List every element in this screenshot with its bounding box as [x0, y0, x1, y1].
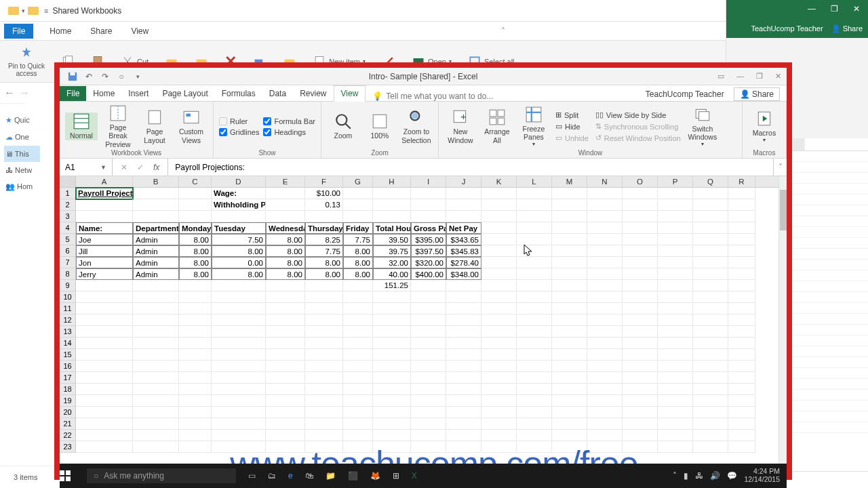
cell-R14[interactable] [728, 338, 755, 349]
col-header-R[interactable]: R [728, 176, 755, 187]
cell-H2[interactable] [373, 199, 411, 211]
tab-page-layout[interactable]: Page Layout [155, 86, 214, 101]
ruler-checkbox[interactable]: Ruler [219, 117, 259, 125]
cell-P13[interactable] [658, 326, 693, 338]
gridlines-checkbox[interactable]: Gridlines [219, 128, 259, 136]
cell-P6[interactable] [658, 245, 693, 257]
row-header-8[interactable]: 8 [60, 268, 75, 280]
cell-E17[interactable] [266, 372, 305, 384]
cell-G11[interactable] [343, 303, 373, 314]
task-view-icon[interactable]: ▭ [248, 471, 256, 481]
cell-L7[interactable] [517, 257, 552, 268]
cell-B8[interactable]: Admin [133, 268, 179, 280]
cell-M1[interactable] [552, 188, 587, 199]
cell-F8[interactable]: 8.00 [305, 268, 343, 280]
cell-O4[interactable] [623, 222, 658, 234]
cell-H11[interactable] [373, 303, 411, 314]
cell-I22[interactable] [411, 430, 446, 441]
explorer-down-icon[interactable]: ▾ [22, 7, 25, 14]
cell-D16[interactable] [212, 361, 266, 372]
cell-C12[interactable] [179, 314, 212, 326]
row-header-2[interactable]: 2 [60, 199, 75, 211]
cell-F20[interactable] [305, 407, 343, 418]
cell-Q6[interactable] [693, 245, 728, 257]
explorer-view-tab[interactable]: View [131, 26, 149, 36]
zoom-button[interactable]: Zoom [327, 113, 359, 140]
qat-dropdown-icon[interactable]: ▾ [133, 72, 142, 81]
cell-R1[interactable] [728, 188, 755, 199]
excel-close-button[interactable]: ✕ [775, 72, 781, 81]
unhide-button[interactable]: ▭Unhide [554, 133, 590, 143]
col-header-L[interactable]: L [517, 176, 552, 187]
cell-J22[interactable] [446, 430, 481, 441]
cell-J14[interactable] [446, 338, 481, 349]
tray-volume-icon[interactable]: 🔊 [710, 471, 720, 481]
cell-F3[interactable] [305, 211, 343, 222]
cell-A17[interactable] [76, 372, 133, 384]
cell-E13[interactable] [266, 326, 305, 338]
cell-O5[interactable] [623, 234, 658, 245]
cell-E18[interactable] [266, 384, 305, 395]
cell-G8[interactable]: 8.00 [343, 268, 373, 280]
cell-D18[interactable] [212, 384, 266, 395]
cell-D13[interactable] [212, 326, 266, 338]
cell-O11[interactable] [623, 303, 658, 314]
cell-F22[interactable] [305, 430, 343, 441]
tab-review[interactable]: Review [293, 86, 333, 101]
row-header-16[interactable]: 16 [60, 361, 75, 372]
cell-A14[interactable] [76, 338, 133, 349]
col-header-O[interactable]: O [623, 176, 658, 187]
cell-C15[interactable] [179, 349, 212, 361]
cell-R8[interactable] [728, 268, 755, 280]
cell-J15[interactable] [446, 349, 481, 361]
cell-C22[interactable] [179, 430, 212, 441]
cell-M3[interactable] [552, 211, 587, 222]
cell-H12[interactable] [373, 314, 411, 326]
cell-K8[interactable] [481, 268, 517, 280]
cell-A4[interactable]: Name: [76, 222, 133, 234]
cell-N12[interactable] [587, 314, 623, 326]
enter-formula-icon[interactable]: ✓ [137, 163, 144, 172]
row-header-11[interactable]: 11 [60, 303, 75, 314]
cell-B17[interactable] [133, 372, 179, 384]
cell-H17[interactable] [373, 372, 411, 384]
cell-M18[interactable] [552, 384, 587, 395]
tray-network-icon[interactable]: 🖧 [695, 471, 703, 481]
cell-A12[interactable] [76, 314, 133, 326]
taskbar-folder-icon[interactable]: 📁 [326, 471, 336, 481]
cell-B18[interactable] [133, 384, 179, 395]
cell-L15[interactable] [517, 349, 552, 361]
cell-B19[interactable] [133, 395, 179, 407]
cell-Q19[interactable] [693, 395, 728, 407]
cell-P3[interactable] [658, 211, 693, 222]
cell-I7[interactable]: $320.00 [411, 257, 446, 268]
cell-H5[interactable]: 39.50 [373, 234, 411, 245]
cell-N22[interactable] [587, 430, 623, 441]
cell-D6[interactable]: 8.00 [212, 245, 266, 257]
cell-C10[interactable] [179, 291, 212, 303]
cell-I3[interactable] [411, 211, 446, 222]
cell-P19[interactable] [658, 395, 693, 407]
cell-M12[interactable] [552, 314, 587, 326]
cell-P2[interactable] [658, 199, 693, 211]
taskbar-edge-icon[interactable]: e [288, 471, 293, 481]
expand-formula-bar-icon[interactable]: ˅ [773, 159, 787, 176]
cell-P21[interactable] [658, 418, 693, 430]
cell-E3[interactable] [266, 211, 305, 222]
cell-N8[interactable] [587, 268, 623, 280]
cell-R17[interactable] [728, 372, 755, 384]
cell-O19[interactable] [623, 395, 658, 407]
cell-O6[interactable] [623, 245, 658, 257]
cell-P15[interactable] [658, 349, 693, 361]
cell-A18[interactable] [76, 384, 133, 395]
cell-Q9[interactable] [693, 280, 728, 291]
cell-F21[interactable] [305, 418, 343, 430]
cell-O10[interactable] [623, 291, 658, 303]
col-header-P[interactable]: P [658, 176, 693, 187]
cell-L18[interactable] [517, 384, 552, 395]
cell-Q15[interactable] [693, 349, 728, 361]
formula-bar-input[interactable]: Payroll Projections: [168, 163, 773, 172]
cell-J3[interactable] [446, 211, 481, 222]
cell-Q8[interactable] [693, 268, 728, 280]
cell-J18[interactable] [446, 384, 481, 395]
